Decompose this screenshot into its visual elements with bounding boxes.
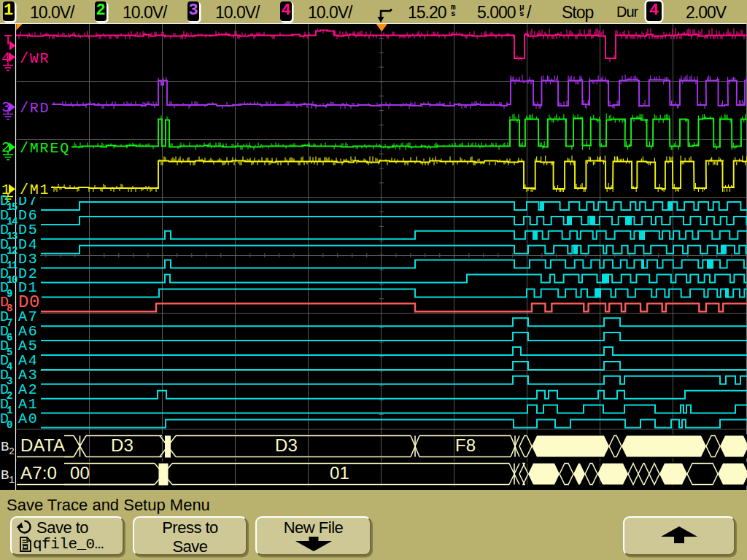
svg-text:0: 0 [7,419,12,431]
svg-text:A0: A0 [18,411,39,427]
svg-text:/WR: /WR [20,50,50,67]
svg-text:/MREQ: /MREQ [20,140,70,157]
svg-text:D3: D3 [275,435,298,455]
svg-text:A7:0: A7:0 [20,463,57,483]
svg-text:1: 1 [9,475,15,486]
svg-text:/RD: /RD [20,100,50,117]
svg-text:B: B [1,467,9,483]
svg-text:B: B [1,439,9,455]
svg-text:2: 2 [9,446,15,457]
svg-text:/M1: /M1 [20,182,50,198]
svg-text:01: 01 [330,463,349,483]
svg-text:DATA: DATA [20,435,65,455]
svg-text:00: 00 [70,463,90,483]
svg-text:F8: F8 [455,435,476,455]
svg-text:D3: D3 [111,435,133,455]
